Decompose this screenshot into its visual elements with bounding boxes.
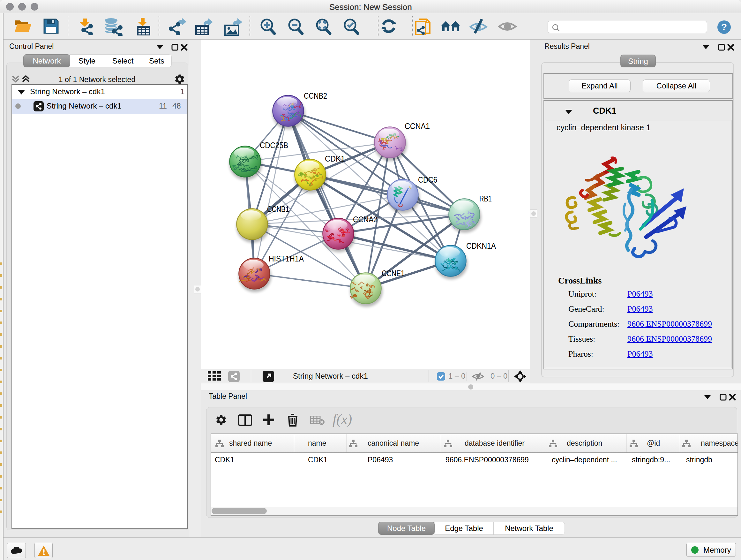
svg-text:CCNA1: CCNA1 [405, 121, 430, 131]
svg-text:HIST1H1A: HIST1H1A [269, 254, 304, 263]
svg-text:CCNE1: CCNE1 [382, 268, 405, 278]
svg-text:CDKN1A: CDKN1A [466, 241, 496, 251]
svg-text:CDK1: CDK1 [325, 154, 345, 164]
svg-text:CDC6: CDC6 [418, 175, 437, 185]
svg-text:?: ? [721, 22, 727, 32]
svg-text:CDC25B: CDC25B [260, 140, 288, 150]
svg-text:RB1: RB1 [479, 194, 492, 203]
svg-text:CCNB1: CCNB1 [267, 204, 289, 214]
svg-text:CCNB2: CCNB2 [304, 91, 327, 101]
svg-text:CCNA2: CCNA2 [353, 214, 378, 224]
